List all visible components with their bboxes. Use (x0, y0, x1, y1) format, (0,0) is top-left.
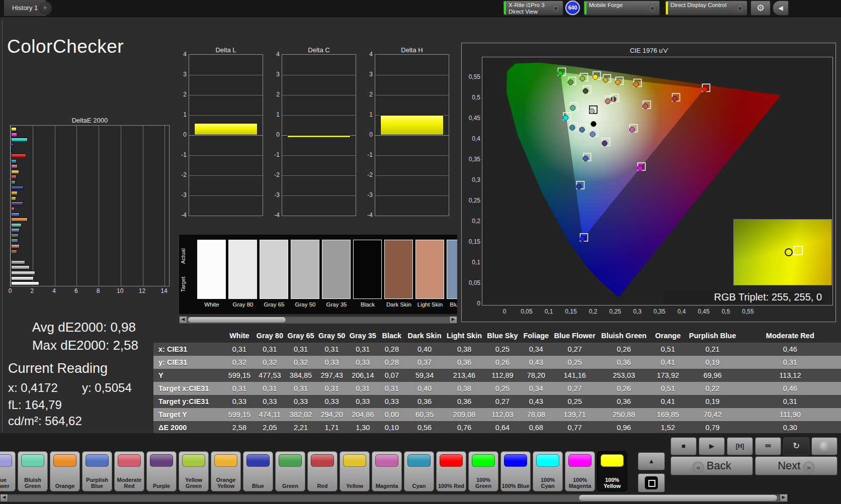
settings-button[interactable]: ⚙ (750, 1, 771, 16)
next-button[interactable]: Next » (755, 456, 837, 475)
scroll-right-icon[interactable]: ▶ (780, 494, 788, 502)
table-cell: 0,28 (378, 356, 405, 369)
de2000-bar-purple (11, 201, 23, 206)
patch-strip-scrollbar[interactable]: ◀ ▶ (0, 494, 788, 502)
patch-color-chip (536, 454, 559, 467)
cie-measured-marker (702, 87, 707, 92)
scroll-left-icon[interactable]: ◀ (0, 494, 8, 502)
patch-button-purple[interactable]: Purple (146, 451, 177, 491)
scroll-left-icon[interactable]: ◀ (179, 316, 187, 324)
patch-button-label: 100% Red (437, 483, 465, 489)
scroll-right-icon[interactable]: ▶ (449, 316, 457, 324)
column-header: Moderate Red (739, 329, 841, 343)
back-button[interactable]: « Back (670, 456, 753, 475)
gridline (282, 175, 356, 176)
chevron-down-icon: ▼ (551, 4, 561, 14)
swatch-panel-scrollbar[interactable]: ◀ ▶ (179, 316, 457, 324)
patch-button-green[interactable]: Green (275, 451, 305, 491)
table-cell: 209,08 (444, 408, 485, 421)
patch-button-100-green[interactable]: 100% Green (468, 451, 498, 491)
patch-button-label: Purplish Blue (83, 477, 111, 489)
patch-button-100-yellow[interactable]: 100% Yellow (597, 451, 627, 491)
patch-button-blue-flower[interactable]: Blue Flower (0, 451, 16, 491)
patch-button-magenta[interactable]: Magenta (372, 451, 402, 491)
step-button[interactable]: [H] (727, 437, 753, 455)
add-tab-button[interactable]: + (38, 2, 52, 15)
display-control-dropdown[interactable]: Direct Display Control ▼ (665, 1, 747, 16)
patch-button-red[interactable]: Red (307, 451, 338, 491)
column-header: Bluish Green (598, 329, 650, 343)
patch-button-100-red[interactable]: 100% Red (436, 451, 466, 491)
pattern-window-up-button[interactable]: ▲ (638, 452, 665, 470)
patch-button-label: Purple (147, 483, 176, 489)
column-header: Foliage (521, 329, 552, 343)
patch-button-orange[interactable]: Orange (50, 451, 80, 491)
gridline (189, 155, 263, 156)
source-dropdown[interactable]: Mobile Forge ▼ (583, 1, 660, 16)
refresh-button[interactable]: ↻ (783, 437, 809, 455)
patch-button-bluish-green[interactable]: Bluish Green (18, 451, 48, 491)
scrollbar-thumb[interactable] (578, 494, 778, 501)
table-cell: 0,56 (405, 421, 444, 434)
play-button[interactable]: ▶ (699, 437, 725, 455)
stop-button[interactable]: ■ (670, 437, 697, 455)
table-cell: 1,52 (650, 421, 686, 434)
cie-x-tick-label: 0,25 (606, 308, 624, 315)
table-cell: 382,02 (285, 408, 316, 421)
table-cell: 0,33 (316, 395, 348, 408)
pattern-window-button[interactable] (638, 473, 665, 492)
patch-button-orange-yellow[interactable]: Orange Yellow (211, 451, 241, 491)
table-cell: 0,64 (484, 421, 520, 434)
reading-fl-value: fL: 164,79 (8, 398, 62, 412)
table-cell: 1,30 (347, 421, 378, 434)
patch-button-yellow-green[interactable]: Yellow Green (179, 451, 209, 491)
de2000-chart-title: DeltaE 2000 (10, 117, 170, 124)
de2000-bar-light-skin (11, 244, 20, 248)
patch-button-100-cyan[interactable]: 100% Cyan (533, 451, 563, 491)
table-cell: 78,20 (521, 369, 552, 382)
reading-x-value: x: 0,4172 (8, 381, 58, 395)
record-button[interactable] (811, 437, 837, 455)
column-header: White (224, 329, 254, 343)
table-cell: 112,03 (484, 408, 520, 421)
table-cell: 0,10 (378, 421, 405, 434)
cie-measured-marker (579, 127, 584, 132)
scrollbar-thumb[interactable] (188, 317, 286, 323)
cie-x-tick-label: 0,45 (695, 308, 713, 315)
loop-button[interactable]: ∞ (755, 437, 781, 455)
source-status-accent (584, 2, 586, 15)
patch-button-label: Moderate Red (115, 477, 143, 489)
cie-x-tick-label: 0,4 (672, 308, 691, 315)
table-cell: 60,35 (405, 408, 444, 421)
table-cell: 0,31 (316, 382, 348, 395)
patch-button-100-blue[interactable]: 100% Blue (500, 451, 531, 491)
arrow-up-icon: ▲ (648, 457, 655, 465)
patch-button-blue[interactable]: Blue (243, 451, 273, 491)
cie-y-tick-label: 0,4 (464, 135, 480, 142)
patch-button-moderate-red[interactable]: Moderate Red (114, 451, 144, 491)
table-cell: 112,89 (484, 369, 520, 382)
table-cell: 0,27 (552, 382, 598, 395)
collapse-panel-button[interactable]: ◀ (773, 1, 789, 16)
row-label: Target y:CIE31 (153, 395, 224, 408)
delta-bar (287, 135, 351, 138)
patch-color-chip (214, 454, 237, 467)
table-cell: 0,22 (686, 382, 739, 395)
meter-dropdown[interactable]: X-Rite i1Pro 3Direct View ▼ (503, 1, 563, 16)
de2000-bar-100-cyan (11, 138, 28, 142)
patch-button-yellow[interactable]: Yellow (340, 451, 370, 491)
patch-color-chip (375, 454, 398, 467)
patch-button-100-magenta[interactable]: 100% Magenta (565, 451, 595, 491)
table-cell: 70,42 (686, 408, 739, 421)
top-bar: History 1 + X-Rite i1Pro 3Direct View ▼ … (0, 0, 841, 17)
cie-x-tick-label: 0,5 (717, 308, 735, 315)
patch-button-purplish-blue[interactable]: Purplish Blue (82, 451, 112, 491)
patch-button-cyan[interactable]: Cyan (404, 451, 434, 491)
y-tick-label: 0 (363, 131, 373, 138)
de2000-bar-cyan (11, 159, 17, 163)
cie-y-tick-label: 0,1 (464, 259, 480, 266)
column-header: Blue Sky (484, 329, 520, 343)
table-cell: 0,40 (405, 382, 444, 395)
chevron-left-icon: ◀ (778, 5, 783, 12)
gridline (375, 155, 449, 156)
